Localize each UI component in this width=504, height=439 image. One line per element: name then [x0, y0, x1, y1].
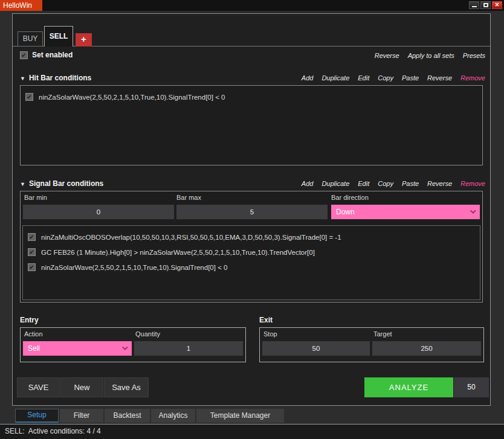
window-controls: ✕ — [469, 1, 502, 9]
set-enabled-row: ✔ Set enabled — [20, 51, 73, 59]
list-item[interactable]: ✔ GC FEB26 (1 Minute).High[0] > ninZaSol… — [23, 245, 480, 260]
check-icon: ✔ — [27, 94, 31, 100]
analyze-count-input[interactable]: 50 — [454, 377, 489, 397]
window-title: HelloWin — [0, 0, 42, 11]
title-bar: HelloWin ✕ — [0, 0, 504, 11]
exit-group: Stop Target 50 250 — [259, 327, 484, 362]
add-set-tab-button[interactable]: + — [76, 33, 92, 46]
hit-copy-link[interactable]: Copy — [378, 74, 393, 82]
bar-max-input[interactable]: 5 — [176, 205, 328, 219]
hit-edit-link[interactable]: Edit — [358, 74, 369, 82]
signal-add-link[interactable]: Add — [302, 180, 314, 187]
action-label: Action — [24, 330, 43, 338]
save-button[interactable]: SAVE — [17, 377, 60, 397]
maximize-icon — [483, 3, 488, 7]
exit-title: Exit — [259, 316, 273, 324]
hit-paste-link[interactable]: Paste — [402, 74, 419, 82]
bottom-tab-bar: Setup Filter Backtest Analytics Template… — [15, 409, 284, 423]
signal-paste-link[interactable]: Paste — [402, 180, 419, 187]
set-enabled-label: Set enabled — [32, 51, 73, 59]
stop-input[interactable]: 50 — [262, 341, 370, 356]
status-bar: SELL: Active conditions: 4 / 4 — [0, 424, 504, 439]
analyze-button[interactable]: ANALYZE — [364, 377, 453, 397]
signal-duplicate-link[interactable]: Duplicate — [321, 180, 349, 187]
signal-edit-link[interactable]: Edit — [358, 180, 369, 187]
reverse-set-link[interactable]: Reverse — [375, 52, 399, 59]
hit-duplicate-link[interactable]: Duplicate — [321, 74, 349, 82]
entry-group: Action Quantity Sell 1 — [20, 327, 246, 362]
target-label: Target — [373, 330, 392, 338]
signal-remove-link[interactable]: Remove — [460, 180, 485, 187]
list-item[interactable]: ✔ ninZaSolarWave(2,5,50,2,1,5,10,True,10… — [21, 89, 482, 104]
close-icon: ✕ — [495, 2, 500, 8]
signal-bar-header[interactable]: ▼Signal Bar conditions — [20, 179, 103, 188]
apply-to-all-sets-link[interactable]: Apply to all sets — [408, 52, 454, 59]
bar-direction-select[interactable]: Down — [331, 205, 480, 219]
signal-condition-list: ✔ ninZaMultiOscOBOSOverlap(10,50,50,10,3… — [22, 225, 480, 300]
hit-bar-condition-list: ✔ ninZaSolarWave(2,5,50,2,1,5,10,True,10… — [20, 85, 483, 165]
signal-reverse-link[interactable]: Reverse — [427, 180, 452, 187]
check-icon: ✔ — [29, 264, 34, 271]
close-button[interactable]: ✕ — [492, 1, 502, 9]
tab-template-manager[interactable]: Template Manager — [196, 409, 284, 423]
signal-bar-panel: Bar min Bar max Bar direction 0 5 Down ✔… — [20, 191, 483, 303]
target-input[interactable]: 250 — [372, 341, 481, 356]
hit-reverse-link[interactable]: Reverse — [427, 74, 452, 82]
signal-copy-link[interactable]: Copy — [378, 180, 393, 187]
chevron-down-icon — [122, 344, 128, 350]
condition-text: ninZaSolarWave(2,5,50,2,1,5,10,True,10).… — [41, 264, 227, 271]
check-icon: ✔ — [21, 52, 26, 59]
condition-text: ninZaMultiOscOBOSOverlap(10,50,50,10,3,R… — [41, 234, 341, 241]
hit-bar-header[interactable]: ▼Hit Bar conditions — [20, 74, 91, 82]
entry-title: Entry — [20, 316, 39, 324]
minimize-button[interactable] — [469, 1, 479, 9]
hit-add-link[interactable]: Add — [302, 74, 314, 82]
check-icon: ✔ — [29, 249, 34, 255]
condition-checkbox[interactable]: ✔ — [28, 233, 36, 241]
condition-text: ninZaSolarWave(2,5,50,2,1,5,10,True,10).… — [39, 94, 225, 101]
hit-remove-link[interactable]: Remove — [460, 74, 485, 82]
tab-backtest[interactable]: Backtest — [105, 409, 150, 423]
hit-bar-links: Add Duplicate Edit Copy Paste Reverse Re… — [302, 74, 485, 82]
condition-checkbox[interactable]: ✔ — [28, 263, 36, 271]
condition-checkbox[interactable]: ✔ — [25, 93, 33, 101]
bar-min-label: Bar min — [24, 194, 47, 201]
quantity-label: Quantity — [135, 330, 160, 338]
set-enabled-checkbox[interactable]: ✔ — [20, 51, 28, 59]
save-as-button[interactable]: Save As — [104, 377, 149, 397]
collapse-icon: ▼ — [20, 75, 25, 82]
quantity-input[interactable]: 1 — [134, 341, 243, 356]
tab-setup[interactable]: Setup — [15, 409, 59, 423]
new-button[interactable]: New — [60, 377, 103, 397]
check-icon: ✔ — [29, 234, 34, 240]
tab-filter[interactable]: Filter — [60, 409, 103, 423]
condition-text: GC FEB26 (1 Minute).High[0] > ninZaSolar… — [41, 249, 315, 256]
presets-link[interactable]: Presets — [463, 52, 485, 59]
maximize-button[interactable] — [480, 1, 491, 9]
tab-buy[interactable]: BUY — [18, 31, 43, 46]
condition-checkbox[interactable]: ✔ — [28, 248, 36, 256]
minimize-icon — [472, 6, 477, 7]
bar-min-input[interactable]: 0 — [23, 205, 174, 219]
tab-sell[interactable]: SELL — [44, 26, 73, 46]
action-select[interactable]: Sell — [23, 341, 132, 356]
collapse-icon: ▼ — [20, 181, 25, 187]
bar-direction-label: Bar direction — [331, 194, 369, 201]
main-panel: BUY SELL + ✔ Set enabled Reverse Apply t… — [12, 13, 491, 406]
chevron-down-icon — [470, 208, 476, 214]
tab-analytics[interactable]: Analytics — [151, 409, 195, 423]
list-item[interactable]: ✔ ninZaMultiOscOBOSOverlap(10,50,50,10,3… — [23, 229, 480, 245]
signal-bar-links: Add Duplicate Edit Copy Paste Reverse Re… — [302, 180, 485, 187]
stop-label: Stop — [263, 330, 277, 338]
bar-max-label: Bar max — [176, 194, 201, 201]
set-links: Reverse Apply to all sets Presets — [375, 52, 485, 59]
list-item[interactable]: ✔ ninZaSolarWave(2,5,50,2,1,5,10,True,10… — [23, 260, 480, 275]
